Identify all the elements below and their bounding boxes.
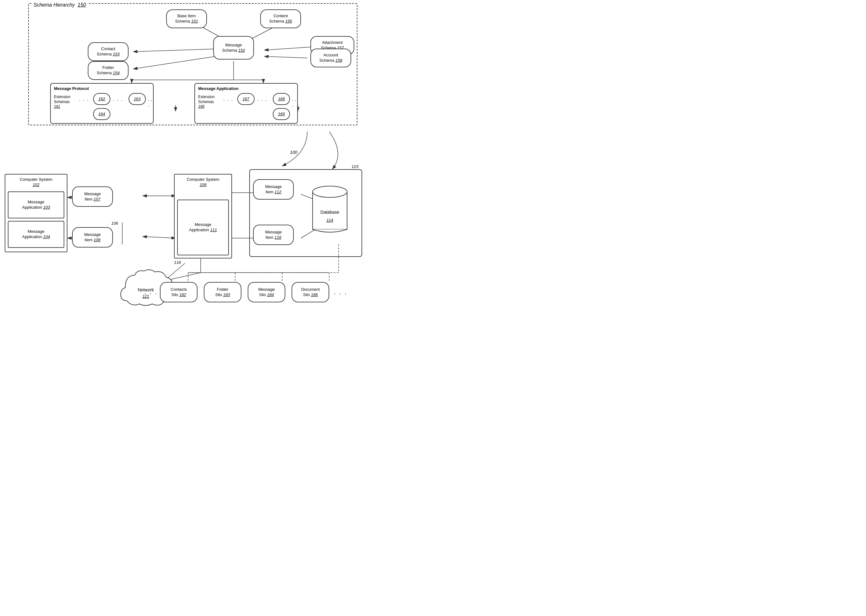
folder-schema-label: FolderSchema 154	[96, 65, 120, 76]
contacts-silo: ContactsSilo 182	[160, 282, 198, 302]
app-dots-2: · · ·	[257, 98, 267, 104]
ref-100: 100	[290, 150, 297, 155]
cs-102-label: Computer System102	[8, 177, 64, 188]
label-123: 123	[351, 164, 358, 169]
node-169: 169	[273, 108, 290, 120]
base-item-schema-label: Base ItemSchema 151	[175, 14, 198, 24]
msg-app-103: MessageApplication 103	[8, 192, 64, 218]
msg-app-104-label: MessageApplication 104	[22, 229, 50, 240]
msg-app-111: MessageApplication 111	[177, 200, 229, 255]
database: Database 114	[311, 185, 349, 237]
protocol-dots-2: · · ·	[113, 98, 123, 104]
contacts-silo-label: ContactsSilo 182	[170, 287, 187, 298]
app-ext-label: ExtensionSchemas166	[198, 94, 215, 109]
document-silo: DocumentSilo 186	[291, 282, 329, 302]
message-schema-label: MessageSchema 152	[222, 42, 245, 53]
protocol-ext-label: ExtensionSchemas161	[54, 94, 71, 109]
node-163: 163	[129, 93, 146, 105]
computer-system-109: Computer System109 MessageApplication 11…	[174, 174, 232, 258]
msg-item-112: MessageItem 112	[253, 179, 294, 200]
msg-item-116-label: MessageItem 116	[265, 229, 282, 240]
content-schema-node: ContentSchema 156	[260, 9, 301, 28]
computer-system-102: Computer System102 MessageApplication 10…	[5, 174, 68, 252]
svg-line-19	[143, 237, 176, 238]
folder-silo: FolderSilo 183	[204, 282, 241, 302]
protocol-box-title: Message Protocol	[54, 86, 89, 91]
protocol-dots-3: · · ·	[148, 98, 153, 109]
msg-item-108-label: MessageItem 108	[84, 232, 101, 243]
cs-109-label: Computer System109	[177, 177, 229, 188]
app-dots-1: · · ·	[223, 98, 233, 104]
diagram-container: Schema Hierarchy 150 Base ItemSchema 151…	[0, 0, 433, 308]
label-106: 106	[111, 221, 118, 226]
folder-schema-node: FolderSchema 154	[88, 61, 129, 80]
msg-app-103-label: MessageApplication 103	[22, 200, 50, 210]
svg-text:Database: Database	[320, 210, 339, 215]
message-schema-node: MessageSchema 152	[213, 36, 254, 60]
msg-item-107: MessageItem 107	[72, 186, 113, 207]
left-ellipsis: · · ·	[144, 290, 158, 297]
msg-item-116: MessageItem 116	[253, 225, 294, 245]
msg-item-107-label: MessageItem 107	[84, 192, 101, 202]
label-118: 118	[174, 260, 181, 265]
folder-silo-label: FolderSilo 183	[216, 287, 230, 298]
protocol-dots-1: · · ·	[79, 98, 89, 104]
message-application-box: Message Application ExtensionSchemas166 …	[194, 83, 298, 124]
message-silo-label: MessageSilo 184	[258, 287, 275, 298]
account-schema-node: AccountSchema 158	[310, 49, 351, 68]
node-168: 168	[273, 93, 290, 105]
base-item-schema-node: Base ItemSchema 151	[166, 9, 207, 28]
contact-schema-node: ContactSchema 153	[88, 42, 129, 61]
msg-app-111-label: MessageApplication 111	[189, 222, 217, 233]
msg-app-104: MessageApplication 104	[8, 221, 64, 248]
message-protocol-box: Message Protocol ExtensionSchemas161 · ·…	[50, 83, 154, 124]
server-box-123: 123 MessageItem 112 MessageItem 116 Data…	[249, 169, 362, 257]
schema-hierarchy-title: Schema Hierarchy 150	[32, 2, 88, 8]
msg-item-112-label: MessageItem 112	[265, 184, 282, 195]
node-167: 167	[237, 93, 255, 105]
app-box-title: Message Application	[198, 86, 239, 91]
svg-point-38	[313, 186, 347, 197]
app-dots-3: · · ·	[292, 98, 297, 109]
svg-text:114: 114	[326, 218, 333, 222]
msg-item-108: MessageItem 108	[72, 227, 113, 248]
account-schema-label: AccountSchema 158	[319, 53, 342, 63]
node-162: 162	[93, 93, 110, 105]
contact-schema-label: ContactSchema 153	[96, 46, 120, 57]
message-silo: MessageSilo 184	[248, 282, 285, 302]
document-silo-label: DocumentSilo 186	[301, 287, 320, 298]
node-164: 164	[93, 108, 110, 120]
content-schema-label: ContentSchema 156	[269, 14, 292, 24]
right-ellipsis: · · ·	[334, 290, 347, 297]
